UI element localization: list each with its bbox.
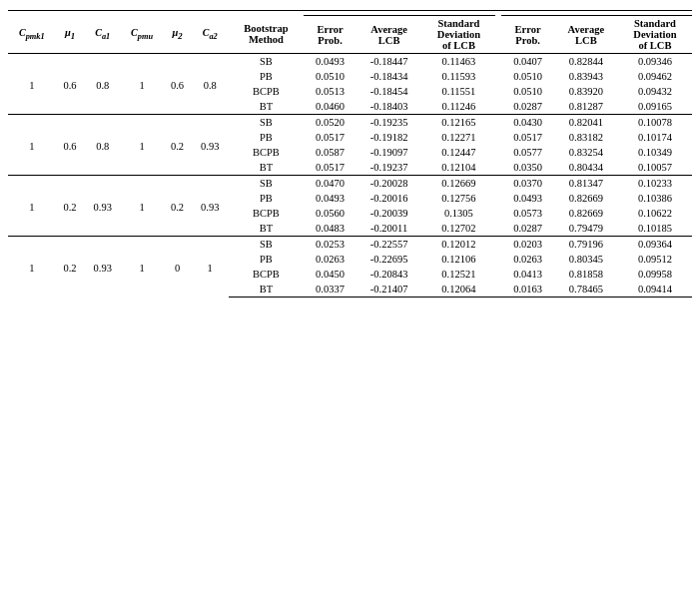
cell-diff-avg: -0.20016	[356, 191, 422, 206]
cell-ca1: 0.8	[84, 115, 121, 176]
cell-method: SB	[229, 237, 305, 253]
col-cpmk1: Cpmk1	[8, 16, 56, 54]
cell-ratio-std: 0.10185	[618, 221, 692, 237]
cell-ratio-std: 0.09512	[618, 252, 692, 267]
cell-diff-std: 0.12106	[421, 252, 495, 267]
cell-diff-error: 0.0587	[304, 145, 355, 160]
cell-ratio-std: 0.10057	[618, 160, 692, 176]
cell-ratio-std: 0.09165	[618, 99, 692, 115]
cell-mu1: 0.6	[56, 54, 85, 115]
cell-ratio-avg: 0.83943	[554, 69, 618, 84]
cell-ratio-avg: 0.82669	[554, 206, 618, 221]
cell-diff-std: 0.12521	[421, 267, 495, 282]
col-cpmu: Cpmu	[121, 16, 163, 54]
cell-ratio-std: 0.09364	[618, 237, 692, 253]
cell-diff-std: 0.11463	[421, 54, 495, 70]
cell-ratio-std: 0.10622	[618, 206, 692, 221]
cell-ratio-error: 0.0577	[501, 145, 553, 160]
cell-ca2: 0.93	[192, 115, 229, 176]
cell-ratio-error: 0.0263	[501, 252, 553, 267]
col-ca2: Ca2	[192, 16, 229, 54]
statistics-table: Cpmk1 μ1 Ca1 Cpmu μ2 Ca2 BootstrapMethod…	[8, 10, 692, 298]
cell-diff-std: 0.12064	[421, 282, 495, 298]
cell-diff-std: 0.12012	[421, 237, 495, 253]
cell-ratio-std: 0.10349	[618, 145, 692, 160]
cell-mu2: 0.2	[163, 176, 192, 237]
main-table-container: Cpmk1 μ1 Ca1 Cpmu μ2 Ca2 BootstrapMethod…	[8, 10, 692, 298]
cell-mu1: 0.6	[56, 115, 85, 176]
cell-ratio-avg: 0.82041	[554, 115, 618, 131]
col-header-row: Cpmk1 μ1 Ca1 Cpmu μ2 Ca2 BootstrapMethod…	[8, 16, 692, 54]
cell-diff-std: 0.12702	[421, 221, 495, 237]
col-diff-std-dev: StandardDeviationof LCB	[421, 16, 495, 54]
cell-ratio-std: 0.09462	[618, 69, 692, 84]
cell-method: PB	[229, 69, 305, 84]
cell-ratio-std: 0.09414	[618, 282, 692, 298]
cell-mu1: 0.2	[56, 237, 85, 298]
cell-ratio-error: 0.0510	[501, 84, 553, 99]
cell-ratio-avg: 0.81858	[554, 267, 618, 282]
cell-ratio-avg: 0.80434	[554, 160, 618, 176]
cell-ratio-error: 0.0430	[501, 115, 553, 131]
cell-diff-avg: -0.20028	[356, 176, 422, 192]
col-mu1: μ1	[56, 16, 85, 54]
cell-mu2: 0.6	[163, 54, 192, 115]
cell-diff-avg: -0.21407	[356, 282, 422, 298]
cell-method: BCPB	[229, 206, 305, 221]
cell-ratio-avg: 0.82669	[554, 191, 618, 206]
cell-method: BCPB	[229, 84, 305, 99]
cell-diff-error: 0.0483	[304, 221, 355, 237]
cell-ratio-error: 0.0350	[501, 160, 553, 176]
cell-diff-avg: -0.19182	[356, 130, 422, 145]
cell-ratio-error: 0.0287	[501, 221, 553, 237]
cell-diff-avg: -0.18447	[356, 54, 422, 70]
cell-ratio-error: 0.0370	[501, 176, 553, 192]
cell-diff-error: 0.0510	[304, 69, 355, 84]
cell-ratio-avg: 0.79479	[554, 221, 618, 237]
col-bootstrap: BootstrapMethod	[229, 16, 305, 54]
cell-diff-std: 0.12165	[421, 115, 495, 131]
cell-ratio-avg: 0.81347	[554, 176, 618, 192]
cell-diff-std: 0.11551	[421, 84, 495, 99]
cell-ratio-avg: 0.81287	[554, 99, 618, 115]
cell-diff-avg: -0.22557	[356, 237, 422, 253]
cell-diff-std: 0.1305	[421, 206, 495, 221]
cell-diff-std: 0.12669	[421, 176, 495, 192]
col-ratio-error: ErrorProb.	[501, 16, 553, 54]
cell-diff-avg: -0.22695	[356, 252, 422, 267]
cell-diff-error: 0.0517	[304, 160, 355, 176]
cell-diff-std: 0.12756	[421, 191, 495, 206]
cell-ratio-error: 0.0493	[501, 191, 553, 206]
cell-method: BT	[229, 282, 305, 298]
cell-diff-error: 0.0460	[304, 99, 355, 115]
cell-diff-avg: -0.19235	[356, 115, 422, 131]
col-mu2: μ2	[163, 16, 192, 54]
cell-diff-error: 0.0493	[304, 54, 355, 70]
cell-ratio-std: 0.09432	[618, 84, 692, 99]
cell-method: PB	[229, 252, 305, 267]
cell-ca1: 0.93	[84, 237, 121, 298]
cell-diff-std: 0.12104	[421, 160, 495, 176]
cell-ratio-std: 0.10233	[618, 176, 692, 192]
cell-ratio-std: 0.10078	[618, 115, 692, 131]
cell-method: BT	[229, 160, 305, 176]
cell-ca2: 0.8	[192, 54, 229, 115]
cell-diff-error: 0.0513	[304, 84, 355, 99]
cell-diff-avg: -0.19237	[356, 160, 422, 176]
cell-mu2: 0	[163, 237, 192, 298]
cell-ratio-std: 0.09346	[618, 54, 692, 70]
table-row: 10.60.810.60.8SB0.0493-0.184470.114630.0…	[8, 54, 692, 70]
cell-method: SB	[229, 115, 305, 131]
cell-ratio-avg: 0.80345	[554, 252, 618, 267]
col-ratio-std-dev: StandardDeviationof LCB	[618, 16, 692, 54]
cell-diff-error: 0.0517	[304, 130, 355, 145]
cell-method: BT	[229, 221, 305, 237]
cell-method: SB	[229, 176, 305, 192]
cell-cpmu: 1	[121, 237, 163, 298]
cell-method: PB	[229, 191, 305, 206]
cell-diff-error: 0.0263	[304, 252, 355, 267]
cell-method: BT	[229, 99, 305, 115]
cell-cpmk1: 1	[8, 237, 56, 298]
cell-ratio-error: 0.0407	[501, 54, 553, 70]
cell-ratio-std: 0.10174	[618, 130, 692, 145]
